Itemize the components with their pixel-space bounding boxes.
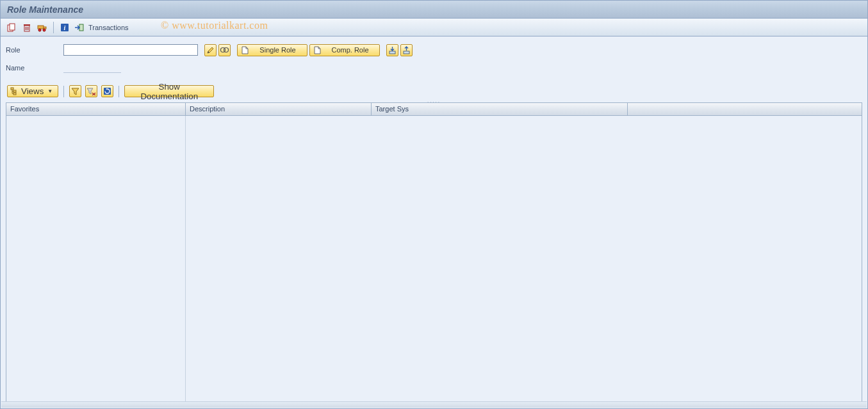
document-icon [242, 46, 249, 54]
col-header-description[interactable]: Description [186, 103, 372, 115]
form-area: Role Single Role Comp. Role [1, 36, 867, 83]
svg-rect-6 [24, 24, 30, 26]
role-input[interactable] [63, 44, 198, 56]
info-icon[interactable]: i [59, 22, 70, 33]
grid-header: Favorites Description Target Sys [6, 103, 862, 116]
svg-point-9 [38, 29, 41, 31]
favorites-tree-area[interactable] [6, 116, 186, 406]
views-separator-2 [119, 86, 119, 97]
create-role-group: Single Role Comp. Role [237, 44, 380, 56]
chevron-down-icon: ▼ [47, 88, 53, 94]
assign-icon[interactable] [74, 22, 85, 33]
svg-line-17 [228, 49, 229, 49]
comp-role-button[interactable]: Comp. Role [309, 44, 380, 56]
single-role-button[interactable]: Single Role [237, 44, 307, 56]
name-label: Name [6, 64, 63, 72]
show-doc-label: Show Documentation [129, 82, 209, 101]
toolbar-separator [53, 22, 54, 33]
document-icon [314, 46, 321, 54]
filter-button[interactable] [69, 85, 81, 97]
views-separator-1 [63, 86, 64, 97]
filter-remove-button[interactable] [85, 85, 97, 97]
svg-rect-22 [13, 93, 16, 95]
app-toolbar: i Transactions © www.tutorialkart.com [1, 19, 867, 36]
status-bar [1, 401, 867, 408]
download-button[interactable] [386, 44, 398, 56]
upload-button[interactable] [400, 44, 413, 56]
edit-display-group [204, 44, 231, 56]
svg-text:i: i [64, 24, 66, 31]
drag-handle-icon[interactable]: ····· [427, 99, 441, 105]
transactions-button[interactable]: Transactions [88, 24, 133, 31]
views-dropdown[interactable]: Views ▼ [7, 85, 58, 97]
watermark-text: © www.tutorialkart.com [161, 20, 268, 31]
app-window: Role Maintenance i Transactions © www.tu… [0, 0, 868, 409]
name-value [63, 63, 121, 73]
transport-icon[interactable] [37, 22, 48, 33]
svg-point-10 [43, 29, 45, 31]
edit-button[interactable] [204, 44, 217, 56]
col-header-favorites[interactable]: Favorites [6, 103, 186, 115]
views-toolbar: Views ▼ Show Documentation [1, 83, 867, 100]
svg-point-15 [224, 47, 229, 52]
favorites-grid: ····· Favorites Description Target Sys [6, 102, 862, 406]
svg-rect-19 [404, 51, 409, 54]
col-header-target-sys[interactable]: Target Sys [372, 103, 628, 115]
svg-rect-20 [11, 88, 13, 90]
import-export-group [386, 44, 413, 56]
title-bar: Role Maintenance [1, 1, 867, 19]
single-role-label: Single Role [252, 46, 303, 54]
svg-rect-21 [13, 90, 16, 92]
page-title: Role Maintenance [7, 4, 83, 15]
tree-icon [10, 87, 19, 95]
col-header-blank [628, 103, 862, 115]
copy-icon[interactable] [6, 22, 17, 33]
svg-rect-7 [38, 26, 44, 29]
role-label: Role [6, 46, 63, 54]
grid-body [6, 116, 862, 406]
svg-line-16 [220, 49, 221, 49]
show-documentation-button[interactable]: Show Documentation [124, 85, 214, 97]
views-label: Views [21, 86, 44, 96]
display-button[interactable] [218, 44, 231, 56]
delete-icon[interactable] [21, 22, 33, 33]
grid-content-area [186, 116, 862, 406]
svg-rect-1 [10, 24, 15, 30]
comp-role-label: Comp. Role [325, 46, 375, 54]
refresh-button[interactable] [101, 85, 113, 97]
svg-rect-18 [389, 51, 395, 54]
role-row: Role Single Role Comp. Role [6, 43, 862, 57]
name-row: Name [6, 61, 862, 75]
